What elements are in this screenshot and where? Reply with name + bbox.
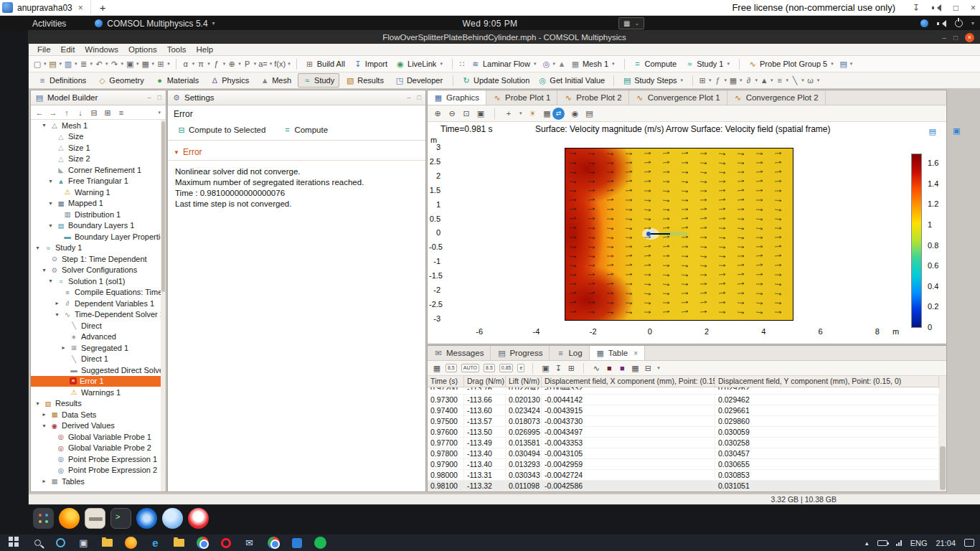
activities-button[interactable]: Activities <box>32 19 66 29</box>
zoom-in-icon[interactable]: ⊕ <box>433 108 442 118</box>
desktop-toggle-icon[interactable]: ▣ <box>953 126 960 136</box>
chevron-down-icon[interactable]: ▾ <box>971 20 974 27</box>
battery-icon[interactable] <box>877 540 887 546</box>
tree-item-mesh-1[interactable]: ▾△Mesh 1 <box>31 120 161 131</box>
nav-definitions[interactable]: ≡Definitions <box>33 73 91 88</box>
column-header[interactable]: Displacement field, Y component (mm), Po… <box>715 376 939 387</box>
menu-tools[interactable]: Tools <box>162 45 192 54</box>
maximize-icon[interactable]: □ <box>953 3 958 13</box>
volume-icon[interactable] <box>937 19 946 27</box>
float-panel-icon[interactable]: □ <box>158 94 161 101</box>
dropdown-caret-icon[interactable]: ▾ <box>223 61 226 67</box>
session-tab[interactable]: anupravaha03 × <box>0 0 91 16</box>
nav-up-icon[interactable]: ↑ <box>62 108 71 118</box>
copy-table-icon[interactable]: ▣ <box>541 363 550 373</box>
tree-item-corner-refinement-1[interactable]: ◣Corner Refinement 1 <box>31 164 161 176</box>
audio-icon[interactable] <box>932 4 941 11</box>
language-indicator[interactable]: ENG <box>910 539 928 547</box>
cortana-taskbar-icon[interactable] <box>56 538 65 547</box>
dropdown-caret-icon[interactable]: ▾ <box>440 61 443 67</box>
dropdown-caret-icon[interactable]: ▾ <box>612 61 615 67</box>
expander-icon[interactable]: ▾ <box>47 278 54 284</box>
expander-icon[interactable]: ▾ <box>47 178 54 184</box>
table-row[interactable]: 0.98100-113.320.011098-0.00425860.031051 <box>428 481 939 491</box>
tree-item-direct[interactable]: ╲Direct <box>31 320 161 331</box>
dropdown-caret-icon[interactable]: ▾ <box>727 61 730 67</box>
velocity-surface-plot[interactable] <box>565 148 793 321</box>
tree-scrollbar[interactable] <box>161 120 166 491</box>
minimize-icon[interactable]: – <box>942 33 946 42</box>
zoom-extents-icon[interactable]: ⊡ <box>462 108 471 118</box>
tree-item-error-1[interactable]: ×Error 1 <box>31 376 161 387</box>
print-icon[interactable]: ▤ <box>585 108 594 118</box>
update-solution-button[interactable]: ↻Update Solution <box>458 74 533 87</box>
dropdown-caret-icon[interactable]: ▾ <box>60 61 62 67</box>
expander-icon[interactable]: ▾ <box>41 267 47 273</box>
nav-geometry[interactable]: ◇Geometry <box>93 73 149 88</box>
tab-probe-plot-2[interactable]: ∿Probe Plot 2 <box>557 90 628 105</box>
zoom-box-icon[interactable]: ▣ <box>476 108 485 118</box>
compute-to-selected-button[interactable]: ⊟Compute to Selected <box>174 123 269 136</box>
dropdown-caret-icon[interactable]: ▾ <box>105 61 108 67</box>
tree-item-point-probe-expression-1[interactable]: ◎Point Probe Expression 1 <box>31 453 161 465</box>
exponent-notation-icon[interactable]: e <box>517 364 524 372</box>
window-titlebar[interactable]: FlowOverSplitterPlateBehindCylinder.mph … <box>29 31 980 44</box>
assignment-icon[interactable]: a= <box>258 59 268 69</box>
files-launcher[interactable] <box>85 508 105 529</box>
table-row[interactable]: 0.97600-113.500.026995-0.00434970.030059 <box>428 427 939 438</box>
tree-item-tables[interactable]: ▸▦Tables <box>31 476 161 487</box>
nav-physics[interactable]: ∆Physics <box>205 73 254 88</box>
nav-study[interactable]: ≈Study <box>298 73 339 88</box>
table-row[interactable]: 0.97700-113.490.013581-0.00433530.030258 <box>428 438 939 448</box>
nav-mesh[interactable]: ▲Mesh <box>255 73 296 88</box>
expand-tree-icon[interactable]: ⊞ <box>103 108 112 118</box>
results-grid-icon[interactable]: ▦ <box>729 75 738 85</box>
parametric-sweep-icon[interactable]: ⊞ <box>698 75 707 85</box>
nav-results[interactable]: ▧Results <box>341 73 389 88</box>
menu-help[interactable]: Help <box>192 45 219 54</box>
expander-icon[interactable]: ▾ <box>41 423 47 429</box>
tree-item-dependent-variables-1[interactable]: ▸∂Dependent Variables 1 <box>31 298 161 309</box>
power-icon[interactable] <box>955 19 963 27</box>
dropdown-caret-icon[interactable]: ▾ <box>681 77 684 83</box>
nav-forward-icon[interactable]: → <box>49 108 57 118</box>
tree-item-boundary-layers-1[interactable]: ▾▤Boundary Layers 1 <box>31 220 161 232</box>
tree-item-solution-1-sol1[interactable]: ▾=Solution 1 (sol1) <box>31 276 161 287</box>
dropdown-caret-icon[interactable]: ▾ <box>238 61 241 67</box>
alpha-icon[interactable]: α <box>182 59 190 69</box>
paste-icon[interactable]: ▦ <box>141 59 150 69</box>
collapse-rows-icon[interactable]: ⊟ <box>644 363 652 373</box>
mail-taskbar-icon[interactable]: ✉ <box>243 537 255 549</box>
tab-progress[interactable]: ▤Progress <box>491 346 550 360</box>
tree-item-step-1-time-dependent[interactable]: ⊙Step 1: Time Dependent <box>31 253 161 265</box>
dropdown-caret-icon[interactable]: ▾ <box>207 61 210 67</box>
automatic-notation-icon[interactable]: AUTO <box>461 364 479 372</box>
mesh-settings-icon[interactable]: ▲ <box>557 59 566 69</box>
edge-taskbar-icon[interactable]: e <box>149 537 161 549</box>
settings-compute-button[interactable]: =Compute <box>279 123 331 136</box>
network-icon[interactable] <box>896 540 902 546</box>
plot-color-maroon-icon[interactable]: ■ <box>605 363 613 373</box>
table-row[interactable]: 0.97400-113.600.023424-0.00439150.029661 <box>428 405 939 416</box>
get-initial-value-button[interactable]: ◎Get Initial Value <box>534 74 608 87</box>
decimal-notation-icon[interactable]: 0.85 <box>499 364 514 372</box>
terminal-launcher[interactable] <box>110 508 131 529</box>
table-row[interactable]: 0.97300-113.660.020130-0.00441420.029462 <box>428 395 939 405</box>
dropdown-caret-icon[interactable]: ▾ <box>771 77 773 83</box>
column-header[interactable]: Lift (N/m) <box>506 376 542 387</box>
tree-item-size[interactable]: △Size <box>31 131 161 143</box>
tab-convergence-plot-1[interactable]: ∿Convergence Plot 1 <box>629 90 727 105</box>
tab-log[interactable]: ≡Log <box>550 346 589 360</box>
log-view-icon[interactable]: ≡ <box>776 75 784 85</box>
node-group-icon[interactable]: ∷ <box>458 59 466 69</box>
dropdown-caret-icon[interactable]: ▾ <box>817 77 820 83</box>
column-header[interactable]: Drag (N/m) <box>464 376 506 387</box>
table-graph-icon[interactable]: ∿ <box>592 363 600 373</box>
tree-item-global-variable-probe-1[interactable]: ◎Global Variable Probe 1 <box>31 431 161 443</box>
plot-area[interactable]: Time=0.981 s Surface: Velocity magnitude… <box>428 122 946 344</box>
tree-settings-icon[interactable]: ≡ <box>117 108 126 118</box>
tree-item-size-1[interactable]: △Size 1 <box>31 142 161 154</box>
new-tab-button[interactable]: + <box>100 1 106 14</box>
dropdown-caret-icon[interactable]: ▾ <box>725 77 727 83</box>
nav-materials[interactable]: ●Materials <box>151 73 204 88</box>
